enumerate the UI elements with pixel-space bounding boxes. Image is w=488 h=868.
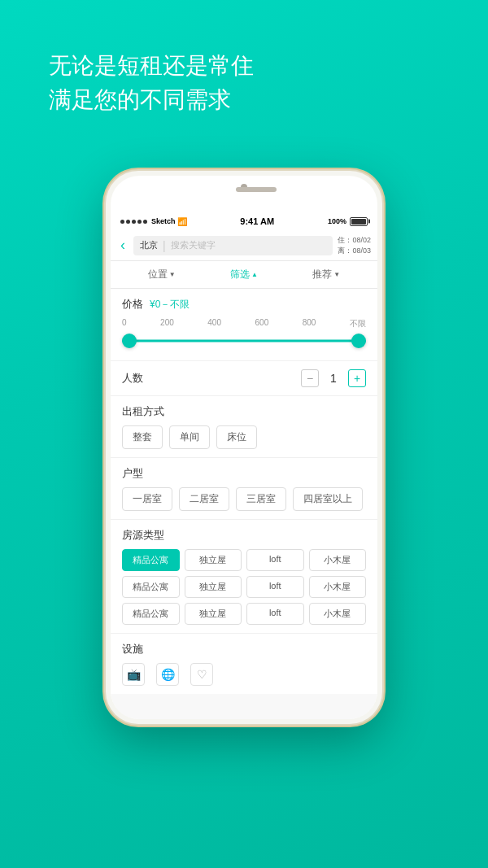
- signal-dot-1: [120, 220, 124, 224]
- price-label: 价格: [122, 297, 143, 312]
- wifi-facility-icon: 🌐: [156, 663, 179, 686]
- carrier-label: Sketch: [151, 217, 176, 225]
- facility-wifi[interactable]: 🌐: [156, 663, 179, 686]
- room-option-一居室[interactable]: 一居室: [122, 487, 172, 511]
- source-tag-loft-1[interactable]: loft: [246, 549, 304, 571]
- source-type-title: 房源类型: [122, 528, 366, 543]
- slider-thumb-left[interactable]: [122, 334, 137, 348]
- recommend-arrow-icon: ▼: [333, 271, 340, 278]
- filter-filter-label: 筛选: [230, 268, 250, 281]
- people-increase-button[interactable]: +: [348, 369, 366, 387]
- room-option-四居室以上[interactable]: 四居室以上: [293, 487, 363, 511]
- source-tag-独立屋-1[interactable]: 独立屋: [185, 549, 242, 571]
- source-tag-精品公寓-2[interactable]: 精品公寓: [122, 576, 180, 598]
- source-tag-loft-2[interactable]: loft: [246, 576, 304, 598]
- people-label: 人数: [122, 371, 143, 386]
- rental-option-床位[interactable]: 床位: [216, 425, 257, 449]
- source-tag-独立屋-3[interactable]: 独立屋: [185, 603, 242, 625]
- battery-icon: [350, 217, 368, 226]
- status-time: 9:41 AM: [240, 216, 274, 226]
- check-out-date: 离：08/03: [338, 246, 371, 256]
- signal-dots: [120, 220, 147, 224]
- search-input-area[interactable]: 北京 | 搜索关键字: [133, 236, 333, 255]
- search-divider: |: [163, 239, 166, 252]
- price-mark-400: 400: [207, 318, 221, 329]
- hero-line1: 无论是短租还是常住: [49, 49, 254, 83]
- hero-line2: 满足您的不同需求: [49, 83, 254, 117]
- location-arrow-icon: ▼: [169, 271, 176, 278]
- status-right: 100%: [328, 217, 368, 226]
- facilities-title: 设施: [122, 642, 366, 656]
- signal-dot-2: [126, 220, 130, 224]
- price-slider[interactable]: [122, 333, 366, 349]
- status-bar: Sketch 📶 9:41 AM 100%: [111, 212, 377, 230]
- price-mark-800: 800: [303, 318, 316, 329]
- rental-option-整套[interactable]: 整套: [122, 425, 163, 449]
- price-value: ¥0－不限: [150, 298, 190, 312]
- facilities-section: 设施 📺 🌐 ♡: [111, 634, 377, 694]
- signal-dot-5: [143, 220, 147, 224]
- source-tag-精品公寓-1[interactable]: 精品公寓: [122, 549, 180, 571]
- price-marks: 0 200 400 600 800 不限: [122, 318, 366, 329]
- filter-arrow-icon: ▲: [251, 271, 258, 278]
- room-type-title: 户型: [122, 466, 366, 481]
- filter-filter[interactable]: 筛选 ▲: [203, 268, 285, 281]
- facilities-row: 📺 🌐 ♡: [122, 663, 366, 686]
- people-section: 人数 − 1 +: [111, 361, 377, 396]
- source-type-section: 房源类型 精品公寓 独立屋 loft 小木屋 精品公寓 独立屋: [111, 520, 377, 634]
- search-dates: 住：08/02 离：08/03: [338, 235, 371, 255]
- people-count: 1: [327, 372, 340, 385]
- people-decrease-button[interactable]: −: [301, 369, 319, 387]
- rental-type-title: 出租方式: [122, 404, 366, 419]
- price-mark-200: 200: [160, 318, 174, 329]
- back-button[interactable]: ‹: [117, 237, 129, 254]
- rental-type-section: 出租方式 整套 单间 床位: [111, 396, 377, 458]
- signal-dot-3: [132, 220, 136, 224]
- price-header: 价格 ¥0－不限: [122, 297, 366, 312]
- source-row-1: 精品公寓 独立屋 loft 小木屋: [122, 549, 366, 571]
- room-type-options: 一居室 二居室 三居室 四居室以上: [122, 487, 366, 511]
- source-row-2: 精品公寓 独立屋 loft 小木屋: [122, 576, 366, 598]
- source-tag-小木屋-2[interactable]: 小木屋: [309, 576, 367, 598]
- hero-text: 无论是短租还是常住 满足您的不同需求: [49, 49, 254, 117]
- search-placeholder: 搜索关键字: [171, 239, 216, 251]
- search-city: 北京: [140, 239, 158, 251]
- phone-shell: Sketch 📶 9:41 AM 100% ‹ 北京 | 搜索关键字: [106, 171, 382, 724]
- source-tag-独立屋-2[interactable]: 独立屋: [185, 576, 242, 598]
- source-row-3: 精品公寓 独立屋 loft 小木屋: [122, 603, 366, 625]
- filter-location-label: 位置: [148, 268, 168, 281]
- status-left: Sketch 📶: [120, 217, 187, 226]
- filter-bar: 位置 ▼ 筛选 ▲ 推荐 ▼: [111, 261, 377, 289]
- price-mark-600: 600: [255, 318, 269, 329]
- filter-location[interactable]: 位置 ▼: [120, 268, 203, 281]
- rental-option-单间[interactable]: 单间: [169, 425, 210, 449]
- people-controls: − 1 +: [301, 369, 366, 387]
- room-option-三居室[interactable]: 三居室: [236, 487, 286, 511]
- phone-speaker: [236, 187, 277, 192]
- source-tag-小木屋-3[interactable]: 小木屋: [309, 603, 367, 625]
- search-bar: ‹ 北京 | 搜索关键字 住：08/02 离：08/03: [111, 230, 377, 261]
- price-mark-max: 不限: [350, 318, 366, 329]
- wifi-icon: 📶: [177, 217, 187, 226]
- facility-fav[interactable]: ♡: [190, 663, 213, 686]
- source-tag-loft-3[interactable]: loft: [246, 603, 304, 625]
- source-tag-精品公寓-3[interactable]: 精品公寓: [122, 603, 180, 625]
- tv-icon: 📺: [122, 663, 145, 686]
- slider-track: [122, 340, 366, 342]
- phone-inner: Sketch 📶 9:41 AM 100% ‹ 北京 | 搜索关键字: [111, 176, 377, 719]
- source-type-grid: 精品公寓 独立屋 loft 小木屋 精品公寓 独立屋 loft 小木屋: [122, 549, 366, 625]
- room-option-二居室[interactable]: 二居室: [179, 487, 229, 511]
- filter-panel: 价格 ¥0－不限 0 200 400 600 800 不限: [111, 289, 377, 694]
- facility-tv[interactable]: 📺: [122, 663, 145, 686]
- signal-dot-4: [137, 220, 142, 224]
- price-section: 价格 ¥0－不限 0 200 400 600 800 不限: [111, 289, 377, 361]
- fav-icon: ♡: [190, 663, 213, 686]
- battery-fill: [351, 219, 366, 225]
- price-mark-0: 0: [122, 318, 127, 329]
- room-type-section: 户型 一居室 二居室 三居室 四居室以上: [111, 458, 377, 520]
- rental-type-options: 整套 单间 床位: [122, 425, 366, 449]
- slider-thumb-right[interactable]: [351, 334, 366, 348]
- screen: Sketch 📶 9:41 AM 100% ‹ 北京 | 搜索关键字: [111, 212, 377, 719]
- filter-recommend[interactable]: 推荐 ▼: [285, 268, 368, 281]
- source-tag-小木屋-1[interactable]: 小木屋: [309, 549, 367, 571]
